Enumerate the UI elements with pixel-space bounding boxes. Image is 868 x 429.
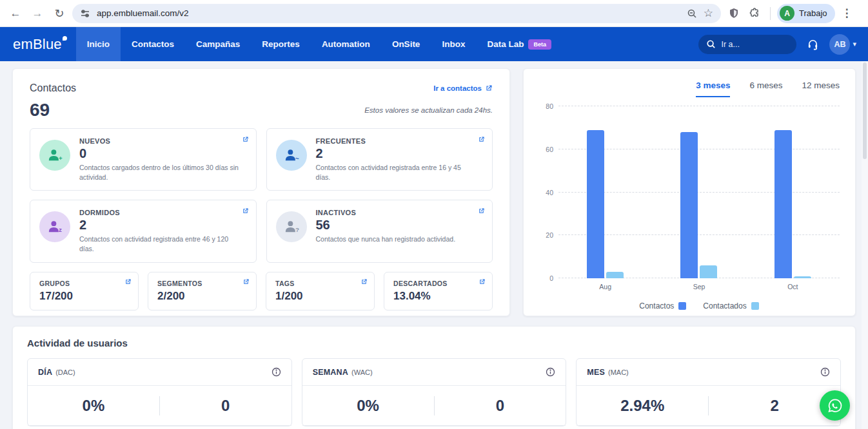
nav-item-label: Data Lab bbox=[487, 39, 524, 49]
nav-item-automation[interactable]: Automation bbox=[311, 27, 381, 61]
toolbar-divider bbox=[770, 7, 771, 20]
browser-back-button[interactable]: ← bbox=[6, 5, 25, 23]
external-link-icon[interactable] bbox=[242, 136, 249, 143]
app-navbar: emBlue InicioContactosCampañasReportesAu… bbox=[0, 27, 868, 61]
info-icon[interactable] bbox=[271, 367, 281, 377]
stat-label: NUEVOS bbox=[79, 137, 241, 145]
activity-card-semana: SEMANA (WAC) 0% 0 bbox=[302, 358, 567, 426]
info-icon[interactable] bbox=[546, 367, 555, 377]
bar-group-oct bbox=[774, 106, 811, 278]
refresh-note: Estos valores se actualizan cada 24hs. bbox=[364, 106, 493, 114]
browser-menu-icon[interactable]: ⋮ bbox=[838, 6, 856, 20]
stat-description: Contactos con actividad registrada entre… bbox=[79, 234, 241, 253]
activity-label: SEMANA bbox=[313, 368, 348, 377]
external-link-icon bbox=[485, 84, 493, 92]
mini-value: 13.04% bbox=[393, 290, 483, 303]
account-chevron-down-icon[interactable]: ▾ bbox=[853, 40, 856, 48]
chart-tab-3-meses[interactable]: 3 meses bbox=[696, 81, 730, 97]
go-to-contacts-link[interactable]: Ir a contactos bbox=[433, 84, 493, 92]
global-search[interactable] bbox=[698, 35, 796, 54]
bar-contactados-aug[interactable] bbox=[606, 272, 624, 278]
mini-card-tags: TAGS 1/200 bbox=[266, 272, 375, 310]
nav-item-reportes[interactable]: Reportes bbox=[251, 27, 311, 61]
bar-contactos-sep[interactable] bbox=[680, 132, 698, 278]
mini-label: SEGMENTOS bbox=[157, 280, 247, 287]
external-link-icon[interactable] bbox=[478, 207, 485, 214]
y-tick-label: 80 bbox=[546, 102, 553, 110]
stat-label: INACTIVOS bbox=[316, 209, 456, 216]
chart-plot bbox=[558, 106, 840, 278]
bar-chart: 020406080 bbox=[537, 106, 840, 278]
nav-item-onsite[interactable]: OnSite bbox=[381, 27, 431, 61]
activity-percent: 0% bbox=[302, 397, 434, 415]
bookmark-star-icon[interactable]: ☆ bbox=[704, 6, 713, 20]
contacts-chart-panel: 3 meses6 meses12 meses 020406080 AugSepO… bbox=[523, 68, 856, 316]
activity-title: Actividad de usuarios bbox=[27, 338, 841, 348]
stat-card-nuevos: + NUEVOS 0 Contactos cargados dentro de … bbox=[30, 128, 257, 191]
address-bar[interactable]: app.embluemail.com/v2 ☆ bbox=[72, 4, 721, 23]
go-to-contacts-label: Ir a contactos bbox=[433, 84, 482, 92]
whatsapp-chat-button[interactable] bbox=[820, 390, 850, 421]
legend-item-contactados[interactable]: Contactados bbox=[703, 301, 758, 310]
bar-contactados-oct[interactable] bbox=[794, 276, 811, 278]
nav-item-inbox[interactable]: Inbox bbox=[431, 27, 476, 61]
mini-value: 1/200 bbox=[275, 290, 365, 303]
chart-y-axis: 020406080 bbox=[537, 106, 558, 278]
mini-label: DESCARTADOS bbox=[393, 280, 483, 287]
bar-group-aug bbox=[587, 106, 624, 278]
stat-card-frecuentes: ~ FRECUENTES 2 Contactos con actividad r… bbox=[266, 128, 493, 191]
external-link-icon[interactable] bbox=[478, 278, 486, 285]
x-tick-label: Sep bbox=[680, 283, 718, 291]
legend-swatch bbox=[678, 302, 686, 310]
activity-label: MES bbox=[587, 368, 605, 377]
info-icon[interactable] bbox=[820, 367, 830, 377]
bar-contactos-aug[interactable] bbox=[587, 130, 604, 278]
contacts-title: Contactos bbox=[30, 82, 76, 94]
nav-item-label: Inicio bbox=[87, 39, 110, 49]
bar-contactados-sep[interactable] bbox=[700, 265, 717, 278]
external-link-icon[interactable] bbox=[124, 278, 132, 285]
mini-value: 2/200 bbox=[157, 290, 247, 303]
browser-profile-chip[interactable]: A Trabajo bbox=[777, 4, 835, 23]
browser-forward-button[interactable]: → bbox=[28, 5, 46, 23]
person-add-icon: + bbox=[39, 140, 70, 171]
browser-reload-button[interactable]: ↻ bbox=[50, 5, 68, 23]
search-input[interactable] bbox=[721, 40, 779, 49]
stat-value: 2 bbox=[316, 146, 477, 161]
external-link-icon[interactable] bbox=[242, 207, 249, 214]
person-question-icon: ? bbox=[276, 211, 307, 242]
activity-label: DÍA bbox=[38, 368, 52, 377]
nav-item-label: Contactos bbox=[132, 39, 174, 49]
user-avatar[interactable]: AB bbox=[829, 34, 850, 55]
site-settings-icon[interactable] bbox=[80, 8, 90, 19]
chart-tab-12-meses[interactable]: 12 meses bbox=[802, 81, 840, 97]
browser-toolbar: ← → ↻ app.embluemail.com/v2 ☆ A Trabajo … bbox=[0, 0, 868, 27]
shield-extension-icon[interactable] bbox=[725, 5, 743, 23]
page-scrollbar[interactable] bbox=[862, 61, 868, 429]
external-link-icon[interactable] bbox=[360, 278, 368, 285]
support-headset-icon[interactable] bbox=[807, 38, 819, 50]
nav-item-label: Inbox bbox=[442, 39, 465, 49]
activity-code: (MAC) bbox=[608, 368, 629, 376]
nav-item-label: Reportes bbox=[262, 39, 300, 49]
nav-item-contactos[interactable]: Contactos bbox=[121, 27, 185, 61]
external-link-icon[interactable] bbox=[478, 136, 485, 143]
emblue-logo[interactable]: emBlue bbox=[0, 27, 76, 61]
extensions-puzzle-icon[interactable] bbox=[745, 5, 764, 23]
nav-item-data-lab[interactable]: Data LabBeta bbox=[476, 27, 562, 61]
zoom-icon[interactable] bbox=[687, 8, 697, 19]
stat-value: 0 bbox=[79, 146, 241, 161]
chart-tab-6-meses[interactable]: 6 meses bbox=[749, 81, 782, 97]
url-text[interactable]: app.embluemail.com/v2 bbox=[97, 8, 680, 18]
activity-count: 0 bbox=[160, 397, 291, 415]
external-link-icon[interactable] bbox=[242, 278, 250, 285]
stat-description: Contactos cargados dentro de los últimos… bbox=[79, 163, 241, 182]
svg-text:~: ~ bbox=[295, 155, 299, 162]
legend-item-contactos[interactable]: Contactos bbox=[639, 301, 686, 310]
bar-contactos-oct[interactable] bbox=[774, 130, 792, 278]
whatsapp-icon bbox=[827, 397, 843, 414]
beta-badge: Beta bbox=[528, 39, 551, 50]
nav-item-inicio[interactable]: Inicio bbox=[76, 27, 121, 61]
nav-item-campañas[interactable]: Campañas bbox=[185, 27, 251, 61]
nav-item-label: Automation bbox=[322, 39, 370, 49]
